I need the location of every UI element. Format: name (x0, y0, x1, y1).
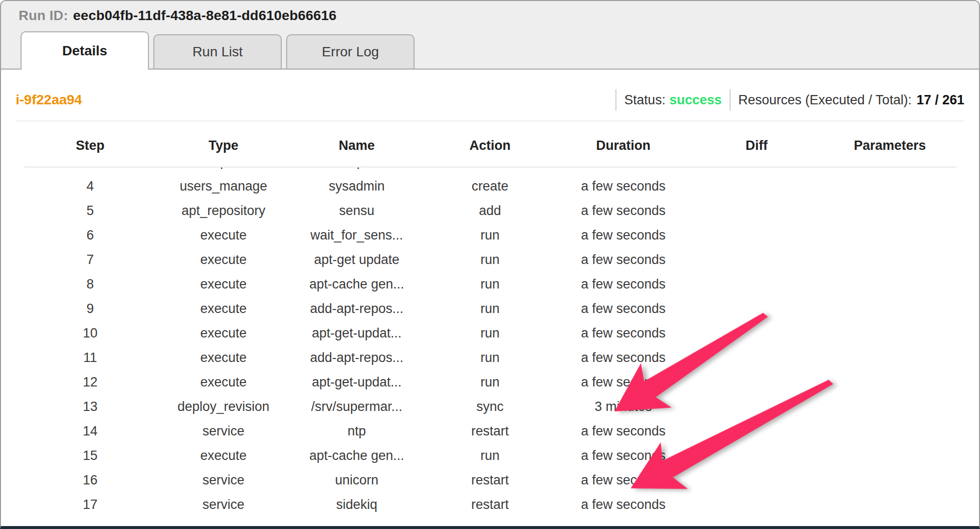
cell-duration: a few seconds (557, 424, 690, 439)
cell-name: add-apt-repos... (290, 301, 423, 316)
status-cluster: Status: success Resources (Executed / To… (608, 89, 964, 111)
cell-type: apt_repository (157, 203, 290, 218)
table-row-step-12[interactable]: 12executeapt-get-updat...runa few second… (24, 370, 956, 394)
cell-type: service (157, 473, 290, 488)
details-panel: i-9f22aa94 Status: success Resources (Ex… (1, 70, 979, 523)
resources-label: Resources (Executed / Total): (738, 93, 912, 108)
run-details-window: Run ID:eecb04fb-11df-438a-8e81-dd610eb66… (0, 0, 980, 529)
run-id-value: eecb04fb-11df-438a-8e81-dd610eb66616 (73, 8, 337, 23)
cell-type: service (157, 497, 290, 512)
cell-name: apt-get-updat... (290, 375, 423, 390)
cell-step: 12 (24, 375, 157, 390)
tab-details-label: Details (62, 43, 107, 59)
cell-name: ntp (290, 424, 423, 439)
cell-name: /etc/ntp.conf (290, 168, 423, 169)
cell-name: apt-get update (290, 252, 423, 267)
tab-run-list-label: Run List (193, 44, 243, 60)
cell-step: 4 (24, 179, 157, 194)
cell-action: create (423, 179, 557, 194)
cell-step: 6 (24, 228, 157, 243)
cell-type: execute (157, 350, 290, 365)
cell-duration: a few seconds (557, 168, 690, 169)
column-header-type: Type (157, 138, 290, 167)
run-id-label: Run ID: (19, 8, 68, 23)
cell-duration: a few seconds (557, 179, 690, 194)
cell-duration: a few seconds (557, 326, 690, 341)
table-header-row: StepTypeNameActionDurationDiffParameters (24, 121, 956, 168)
cell-duration: a few seconds (557, 473, 690, 488)
tab-bar: Details Run List Error Log (21, 31, 415, 70)
table-row-step-11[interactable]: 11executeadd-apt-repos...runa few second… (24, 345, 956, 370)
table-row-step-13[interactable]: 13deploy_revision/srv/supermar...sync3 m… (24, 394, 956, 419)
cell-step: 16 (24, 473, 157, 488)
cell-step: 15 (24, 448, 157, 463)
cell-type: deploy_revision (157, 399, 290, 414)
cell-step: 5 (24, 203, 157, 218)
cell-step: 9 (24, 301, 157, 316)
cell-type: execute (157, 228, 290, 243)
table-row-step-10[interactable]: 10executeapt-get-updat...runa few second… (24, 321, 956, 345)
column-header-name: Name (290, 138, 423, 167)
cell-duration: a few seconds (557, 497, 690, 512)
cell-name: /srv/supermar... (290, 399, 423, 414)
cell-step: 14 (24, 424, 157, 439)
cell-action: create (423, 168, 557, 169)
cell-type: service (157, 424, 290, 439)
status-label: Status: (624, 93, 665, 108)
cell-type: execute (157, 448, 290, 463)
tab-details[interactable]: Details (21, 31, 149, 70)
table-row-step-16[interactable]: 16serviceunicornrestarta few seconds (24, 468, 956, 492)
cell-duration: 3 minutes (557, 399, 690, 414)
cell-duration: a few seconds (557, 448, 690, 463)
cell-duration: a few seconds (557, 301, 690, 316)
cell-action: run (423, 252, 557, 267)
column-header-parameters: Parameters (823, 138, 956, 167)
cell-type: template (157, 168, 290, 169)
cell-name: sensu (290, 203, 423, 218)
cell-action: run (423, 375, 557, 390)
table-row-step-14[interactable]: 14servicentprestarta few seconds (24, 419, 956, 443)
table-row-step-7[interactable]: 7executeapt-get updateruna few seconds (24, 247, 956, 272)
cell-step: 17 (24, 497, 157, 512)
cell-name: sysadmin (290, 179, 423, 194)
table-row-step-6[interactable]: 6executewait_for_sens...runa few seconds (24, 223, 956, 247)
steps-table: StepTypeNameActionDurationDiffParameters… (24, 121, 956, 523)
cell-type: execute (157, 375, 290, 390)
table-row-step-3[interactable]: 3template/etc/ntp.confcreatea few second… (24, 168, 956, 174)
table-row-step-8[interactable]: 8executeapt-cache gen...runa few seconds (24, 272, 956, 296)
tab-error-log-label: Error Log (322, 44, 379, 60)
table-row-step-5[interactable]: 5apt_repositorysensuadda few seconds (24, 198, 956, 223)
run-id: Run ID:eecb04fb-11df-438a-8e81-dd610eb66… (1, 1, 979, 24)
resources-value: 17 / 261 (916, 93, 964, 108)
cell-name: unicorn (290, 473, 423, 488)
cell-action: run (423, 326, 557, 341)
cell-name: add-apt-repos... (290, 350, 423, 365)
instance-id: i-9f22aa94 (16, 92, 82, 108)
cell-name: apt-cache gen... (290, 448, 423, 463)
cell-duration: a few seconds (557, 375, 690, 390)
cell-name: apt-cache gen... (290, 277, 423, 292)
table-row-step-15[interactable]: 15executeapt-cache gen...runa few second… (24, 443, 956, 468)
table-row-step-4[interactable]: 4users_managesysadmincreatea few seconds (24, 174, 956, 198)
cell-action: run (423, 277, 557, 292)
cell-action: restart (423, 497, 557, 512)
table-body: 3template/etc/ntp.confcreatea few second… (24, 168, 956, 523)
cell-action: restart (423, 473, 557, 488)
table-row-step-9[interactable]: 9executeadd-apt-repos...runa few seconds (24, 296, 956, 321)
cell-action: run (423, 448, 557, 463)
cell-type: users_manage (157, 179, 290, 194)
status-value: success (669, 93, 722, 108)
cell-step: 13 (24, 399, 157, 414)
divider (615, 89, 616, 111)
cell-duration: a few seconds (557, 252, 690, 267)
column-header-action: Action (423, 138, 557, 167)
cell-step: 8 (24, 277, 157, 292)
cell-type: execute (157, 277, 290, 292)
tab-error-log[interactable]: Error Log (286, 34, 415, 70)
table-row-step-17[interactable]: 17servicesidekiqrestarta few seconds (24, 492, 956, 517)
cell-type: execute (157, 252, 290, 267)
cell-duration: a few seconds (557, 350, 690, 365)
tab-run-list[interactable]: Run List (153, 34, 282, 70)
column-header-diff: Diff (690, 138, 823, 167)
cell-type: execute (157, 301, 290, 316)
